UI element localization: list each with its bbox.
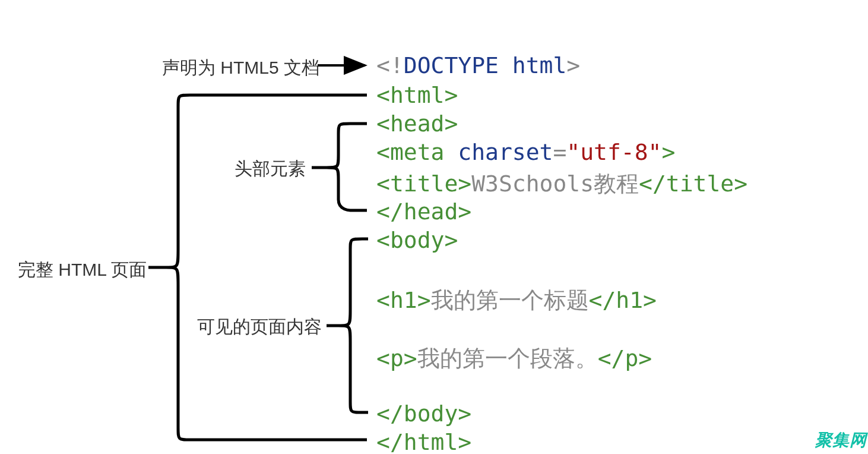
brace-head bbox=[327, 124, 350, 210]
brace-body bbox=[338, 239, 362, 412]
connectors-svg bbox=[0, 0, 868, 454]
watermark-text: 聚集网 bbox=[815, 429, 867, 452]
brace-fullpage bbox=[166, 95, 190, 440]
